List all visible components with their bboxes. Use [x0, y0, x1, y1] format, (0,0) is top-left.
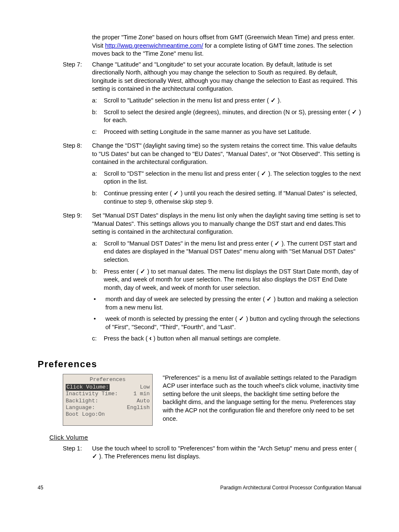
click-volume-heading: Click Volume [49, 433, 361, 442]
lcd-title: Preferences [66, 376, 150, 384]
step-9-label: Step 9: [63, 212, 92, 346]
check-icon [239, 315, 244, 322]
step-9-c: c: Press the back ( ) button when all ma… [92, 335, 361, 343]
step-9-c-label: c: [92, 335, 104, 343]
step-7-b-label: b: [92, 108, 104, 125]
lcd-value: Low [140, 384, 150, 391]
step-7-label: Step 7: [63, 61, 92, 140]
step-9-b-label: b: [92, 268, 104, 292]
step-9-a-label: a: [92, 240, 104, 264]
lcd-panel: Preferences Click Volume:LowInactivity T… [63, 374, 153, 426]
step-7-c: c: Proceed with setting Longitude in the… [92, 128, 361, 136]
lcd-row: Backlight:Auto [66, 398, 150, 404]
lcd-row: Click Volume:Low [66, 384, 150, 391]
bullet-icon: • [92, 315, 105, 331]
lcd-row: Boot Logo:On [66, 411, 150, 418]
check-icon [261, 170, 266, 177]
page-number: 45 [38, 484, 43, 491]
lcd-key: Click Volume: [66, 384, 110, 391]
step-7-a-label: a: [92, 97, 104, 105]
step-8-a: a: Scroll to "DST" selection in the menu… [92, 170, 361, 186]
step-7-body: Change "Latitude" and "Longitude" to set… [92, 61, 361, 93]
lcd-row: Inactivity Time:1 min [66, 391, 150, 397]
check-icon [352, 109, 357, 115]
click-step-1: Step 1: Use the touch wheel to scroll to… [63, 445, 361, 461]
lcd-key: Boot Logo:On [66, 411, 105, 418]
manual-title: Paradigm Architectural Control Processor… [220, 484, 362, 491]
preferences-heading: Preferences [38, 358, 361, 371]
step-9-bullet-2: • week of month is selected by pressing … [92, 315, 361, 331]
check-icon [174, 190, 179, 197]
check-icon [266, 296, 272, 302]
step-7-b: b: Scroll to select the desired angle (d… [92, 108, 361, 125]
check-icon [92, 453, 97, 460]
check-icon [274, 240, 280, 247]
step-9: Step 9: Set "Manual DST Dates" displays … [63, 212, 361, 346]
page-footer: 45 Paradigm Architectural Control Proces… [38, 484, 361, 491]
step-8-b: b: Continue pressing enter ( ) until you… [92, 189, 361, 206]
step-9-bullet-1: • month and day of week are selected by … [92, 295, 361, 312]
step-9-b: b: Press enter ( ) to set manual dates. … [92, 268, 361, 292]
step-8-a-label: a: [92, 170, 104, 186]
gmt-link[interactable]: http://wwp.greenwichmeantime.com/ [105, 42, 203, 49]
step-8-body: Change the "DST" (daylight saving time) … [92, 142, 361, 166]
step-7: Step 7: Change "Latitude" and "Longitude… [63, 61, 361, 140]
step-9-body: Set "Manual DST Dates" displays in the m… [92, 212, 361, 236]
click-step-1-label: Step 1: [63, 445, 92, 461]
step-7-c-label: c: [92, 128, 104, 136]
step-8: Step 8: Change the "DST" (daylight savin… [63, 142, 361, 209]
lcd-key: Language: [66, 404, 95, 411]
lcd-row: Language:English [66, 404, 150, 411]
lcd-value: 1 min [133, 391, 150, 397]
lcd-key: Backlight: [66, 398, 98, 404]
step-8-label: Step 8: [63, 142, 92, 209]
bullet-icon: • [92, 295, 105, 312]
step-7-a: a: Scroll to "Latitude" selection in the… [92, 97, 361, 105]
check-icon [271, 97, 276, 104]
lcd-value: Auto [137, 398, 150, 404]
preferences-description: "Preferences" is a menu list of availabl… [163, 374, 361, 423]
check-icon [140, 268, 146, 275]
lcd-value: English [127, 404, 150, 411]
step-9-a: a: Scroll to "Manual DST Dates" in the m… [92, 240, 361, 264]
intro-continuation: the proper "Time Zone" based on hours of… [63, 33, 361, 58]
lcd-key: Inactivity Time: [66, 391, 118, 397]
step-8-b-label: b: [92, 189, 104, 206]
